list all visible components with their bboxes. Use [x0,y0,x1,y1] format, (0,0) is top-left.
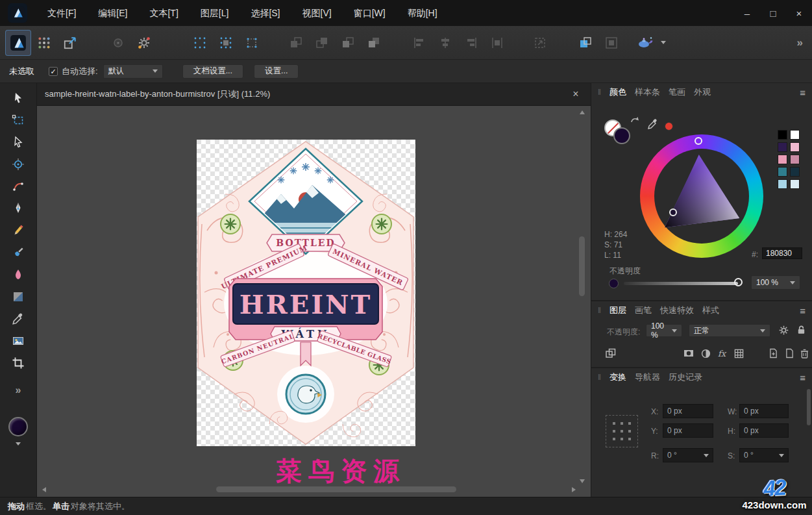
mask-layer-button[interactable] [682,347,695,360]
anchor-point-selector[interactable] [606,415,638,447]
move-tool[interactable] [8,88,29,108]
selection-box-mode-3-button[interactable] [239,30,265,56]
adjustment-layer-button[interactable] [699,347,712,360]
document-setup-button[interactable]: 文档设置... [182,64,243,79]
blend-mode-dropdown[interactable]: 正常 [689,324,770,337]
scroll-left-icon[interactable] [42,487,46,492]
close-button[interactable]: × [786,0,812,26]
tab-history[interactable]: 历史记录 [669,371,702,383]
y-input[interactable]: 0 px [663,423,713,438]
panel-grip-icon[interactable]: ‖ [598,88,601,97]
tab-transform[interactable]: 变换 [609,371,626,383]
rotation-dropdown[interactable]: 0 ° [663,448,713,462]
vector-brush-tool[interactable] [8,243,29,262]
settings-button[interactable]: 设置... [254,64,299,79]
point-transform-tool[interactable] [8,155,29,174]
maximize-button[interactable]: □ [760,0,786,26]
fill-tool[interactable] [8,265,29,284]
align-left-button[interactable] [406,30,432,56]
menu-help[interactable]: 帮助[H] [397,0,449,26]
menu-select[interactable]: 选择[S] [240,0,291,26]
edit-all-layers-button[interactable] [604,347,617,360]
selection-box-mode-1-button[interactable] [187,30,213,56]
tab-stroke[interactable]: 笔画 [669,86,685,98]
opacity-dropdown[interactable]: 100 % [751,275,800,290]
panel-scrollbar[interactable] [807,389,811,480]
new-pixel-layer-button[interactable] [767,347,780,360]
x-input[interactable]: 0 px [663,404,713,418]
opacity-slider[interactable] [624,282,738,285]
color-picker-tool[interactable] [8,309,29,329]
tab-color[interactable]: 颜色 [609,86,626,98]
swatch[interactable] [778,155,787,164]
panel-scroll-thumb[interactable] [807,389,811,425]
snapping-options-button[interactable] [131,30,157,56]
align-distribute-button[interactable] [484,30,510,56]
export-persona-button[interactable] [57,30,83,56]
panel-grip-icon[interactable]: ‖ [598,306,601,315]
hex-input[interactable]: 180830 [762,247,802,259]
assistant-button[interactable] [632,30,658,56]
w-input[interactable]: 0 px [739,404,789,418]
swatch[interactable] [790,167,800,177]
new-layer-button[interactable] [783,347,796,360]
scroll-right-icon[interactable] [572,487,576,492]
picked-color-dot[interactable] [665,122,673,131]
panel-menu-icon[interactable]: ≡ [800,372,806,383]
auto-select-checkbox[interactable]: ✓ [49,67,58,76]
fill-color-selector[interactable] [613,127,630,144]
swap-colors-icon[interactable] [630,116,639,127]
live-filter-button[interactable] [732,347,745,360]
menu-view[interactable]: 视图[V] [291,0,343,26]
selection-box-mode-2-button[interactable] [213,30,239,56]
tab-navigator[interactable]: 导航器 [635,371,660,383]
swatch[interactable] [778,167,787,177]
tab-swatches[interactable]: 样本条 [635,86,660,98]
document-canvas[interactable]: BOTTLED ULTIMATE PREMIUM MINERAL WATER [37,106,591,497]
insert-behind-button[interactable] [572,30,598,56]
panel-grip-icon[interactable]: ‖ [598,373,601,382]
opacity-slider-knob[interactable] [734,278,743,286]
delete-layer-button[interactable] [798,347,811,360]
swatch[interactable] [778,130,787,140]
crop-tool[interactable] [8,353,29,373]
minimize-button[interactable]: – [734,0,760,26]
vertical-scrollbar[interactable] [578,109,587,484]
tab-layers[interactable]: 图层 [609,305,626,316]
pencil-tool[interactable] [8,221,29,240]
color-picker-icon[interactable] [647,118,659,132]
tab-close-button[interactable]: × [569,88,583,100]
designer-persona-button[interactable] [5,30,31,56]
tab-appearance[interactable]: 外观 [694,86,711,98]
current-fill-swatch[interactable] [8,417,28,436]
hue-handle[interactable] [695,137,702,145]
transparency-tool[interactable] [8,287,29,307]
insert-inside-button[interactable] [598,30,624,56]
tab-styles[interactable]: 样式 [702,305,719,316]
rotation-center-button[interactable] [105,30,131,56]
more-tools-button[interactable]: » [16,384,21,396]
move-to-back-button[interactable] [283,30,309,56]
blend-options-button[interactable] [778,325,789,338]
scroll-up-icon[interactable] [580,110,585,114]
vertical-scroll-thumb[interactable] [579,236,585,296]
align-right-button[interactable] [458,30,484,56]
node-tool[interactable] [8,132,29,152]
align-center-button[interactable] [432,30,458,56]
h-input[interactable]: 0 px [739,423,789,438]
move-forward-one-button[interactable] [335,30,361,56]
move-back-one-button[interactable] [309,30,335,56]
lock-layer-button[interactable] [796,325,806,338]
pixel-persona-button[interactable] [31,30,57,56]
layer-opacity-dropdown[interactable]: 100 % [646,324,682,337]
artboard-tool[interactable] [8,110,29,130]
color-wheel[interactable] [640,134,763,258]
tab-quick-fx[interactable]: 快速特效 [660,305,694,316]
swatch[interactable] [790,142,800,152]
move-to-front-button[interactable] [361,30,387,56]
swatch[interactable] [790,155,800,164]
layer-effects-button[interactable]: fx [715,347,728,360]
menu-file[interactable]: 文件[F] [36,0,87,26]
contour-tool[interactable] [8,177,29,196]
place-image-tool[interactable] [8,331,29,351]
